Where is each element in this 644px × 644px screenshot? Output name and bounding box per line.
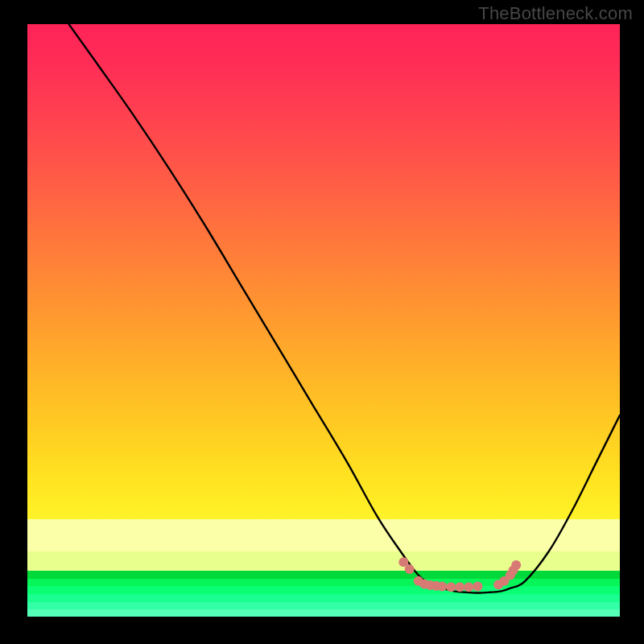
- curve-marker: [511, 560, 521, 570]
- curve-marker: [446, 582, 456, 592]
- chart-svg: [27, 24, 620, 617]
- curve-marker: [473, 581, 482, 591]
- watermark-text: TheBottleneck.com: [478, 3, 633, 24]
- curve-marker: [437, 581, 447, 591]
- curve-marker: [405, 564, 415, 574]
- bottleneck-curve-line: [69, 24, 620, 593]
- curve-marker: [455, 582, 464, 592]
- chart-plot-area: [27, 24, 620, 617]
- curve-marker: [464, 582, 473, 592]
